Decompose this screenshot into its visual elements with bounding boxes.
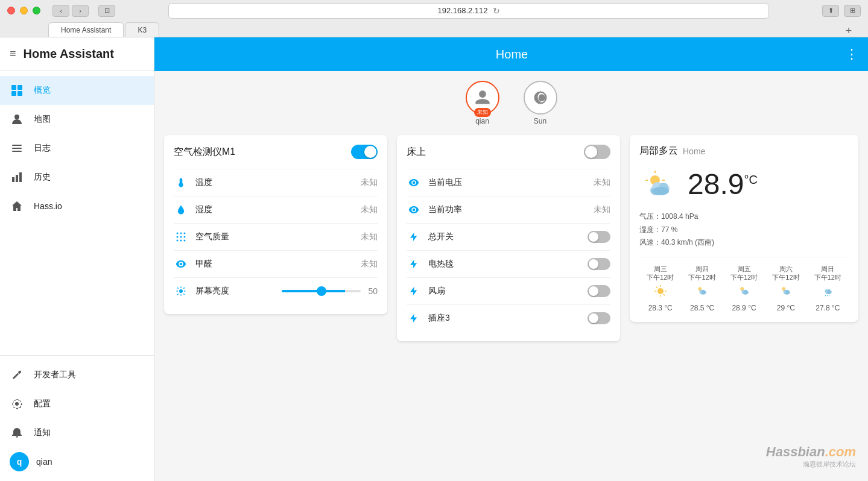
air-card-toggle[interactable] [351, 145, 378, 159]
new-tab-button[interactable]: ⊞ [844, 5, 861, 17]
forecast-temp-1: 28.5 °C [690, 304, 714, 312]
share-button[interactable]: ⬆ [822, 5, 839, 17]
user-card-sun[interactable]: Sun [524, 81, 557, 125]
sidebar: ≡ Home Assistant 概览 地图 日志 [0, 37, 154, 481]
weather-main: 28.9°C [639, 165, 849, 203]
socket-label: 插座3 [428, 313, 580, 324]
bed-card-title: 床上 [407, 146, 426, 159]
toggle-knob [589, 232, 598, 242]
svg-rect-0 [11, 85, 16, 90]
tab-label: Home Assistant [61, 26, 111, 34]
watermark: Hassbian.com 瀚思彼岸技术论坛 [766, 444, 856, 469]
weather-location: Home [683, 146, 705, 156]
sidebar-item-log[interactable]: 日志 [0, 134, 154, 163]
weather-title: 局部多云 [639, 145, 678, 157]
forecast-icon-4 [820, 284, 835, 301]
svg-point-12 [180, 233, 182, 234]
svg-point-13 [184, 233, 186, 234]
bolt-blanket-icon [407, 257, 421, 271]
sidebar-label-settings: 配置 [34, 398, 51, 409]
more-options-button[interactable]: ⋮ [845, 46, 858, 62]
user-name: qian [36, 457, 52, 467]
sidebar-item-notifications[interactable]: 通知 [0, 418, 154, 447]
sidebar-item-history[interactable]: 历史 [0, 163, 154, 192]
power-value: 未知 [594, 204, 610, 215]
forward-button[interactable]: › [72, 5, 89, 17]
socket-toggle[interactable] [588, 312, 610, 324]
air-row-formaldehyde: 甲醛 未知 [174, 250, 378, 277]
sidebar-item-settings[interactable]: 配置 [0, 389, 154, 418]
main-area: Home ⋮ 未知 qian Sun [154, 37, 868, 481]
forecast-temp-3: 29 °C [777, 304, 795, 312]
page-title: Home [179, 48, 845, 61]
sidebar-label-history: 历史 [34, 172, 51, 183]
sidebar-user[interactable]: q qian [0, 447, 154, 476]
add-tab-button[interactable]: + [841, 25, 856, 37]
weather-temperature: 28.9°C [688, 168, 758, 200]
refresh-button[interactable]: ↻ [493, 6, 500, 16]
svg-rect-5 [12, 145, 22, 146]
tab-k3[interactable]: K3 [125, 22, 159, 37]
blanket-toggle[interactable] [588, 258, 610, 270]
bed-card-toggle[interactable] [584, 145, 610, 159]
brightness-slider[interactable] [282, 290, 361, 292]
sidebar-item-devtools[interactable]: 开发者工具 [0, 360, 154, 389]
minimize-button[interactable] [20, 7, 28, 14]
sidebar-item-map[interactable]: 地图 [0, 105, 154, 134]
svg-point-11 [177, 233, 179, 234]
close-button[interactable] [7, 7, 15, 14]
svg-line-45 [664, 294, 665, 295]
svg-line-23 [177, 288, 179, 289]
formaldehyde-label: 甲醛 [195, 259, 353, 269]
air-quality-card: 空气检测仪M1 温度 未知 [164, 135, 387, 314]
svg-line-63 [829, 295, 830, 296]
tab-overview-button[interactable]: ⊡ [98, 5, 115, 17]
sidebar-item-overview[interactable]: 概览 [0, 76, 154, 105]
bed-card-header: 床上 [407, 145, 610, 159]
svg-point-16 [184, 236, 186, 238]
maximize-button[interactable] [33, 7, 40, 14]
voltage-label: 当前电压 [428, 177, 586, 188]
forecast-day-1: 周四 下午12时 28.5 °C [681, 265, 723, 313]
thermometer-icon [174, 175, 188, 190]
svg-point-17 [177, 240, 179, 242]
user-card-qian[interactable]: 未知 qian [466, 81, 499, 125]
sidebar-item-hassio[interactable]: Hass.io [0, 192, 154, 221]
forecast-icon-2 [737, 284, 752, 301]
svg-rect-1 [17, 85, 22, 90]
bed-card: 床上 当前电压 未知 [397, 135, 620, 341]
humidity-detail: 湿度：77 % [639, 224, 849, 237]
url-bar[interactable]: 192.168.2.112 ↻ [168, 3, 769, 19]
toggle-knob [589, 259, 598, 269]
bolt-fan-icon [407, 284, 421, 298]
forecast-day-label-0: 周三 下午12时 [647, 265, 674, 282]
blanket-label: 电热毯 [428, 259, 580, 269]
brightness-icon [174, 284, 188, 298]
bed-row-fan: 风扇 [407, 277, 610, 304]
air-card-header: 空气检测仪M1 [174, 145, 378, 159]
bed-row-power: 当前功率 未知 [407, 196, 610, 223]
fan-toggle[interactable] [588, 285, 610, 297]
back-button[interactable]: ‹ [52, 5, 69, 17]
window-controls[interactable] [7, 7, 40, 14]
eye-voltage-icon [407, 175, 421, 190]
app-title: Home Assistant [24, 47, 114, 61]
sidebar-label-log: 日志 [34, 143, 51, 154]
sidebar-toggle-button[interactable]: ≡ [10, 48, 16, 60]
forecast-day-label-3: 周六 下午12时 [772, 265, 799, 282]
temp-value: 未知 [361, 177, 378, 188]
forecast-temp-0: 28.3 °C [648, 304, 673, 312]
voltage-value: 未知 [594, 177, 610, 188]
svg-point-19 [184, 240, 186, 242]
sidebar-bottom: 开发者工具 配置 通知 q qian [0, 355, 154, 481]
svg-point-57 [786, 290, 789, 293]
forecast-day-3: 周六 下午12时 29 °C [765, 265, 806, 313]
forecast-day-label-2: 周五 下午12时 [730, 265, 758, 282]
svg-rect-6 [12, 148, 22, 149]
svg-point-53 [744, 290, 747, 293]
forecast-day-label-1: 周四 下午12时 [688, 265, 715, 282]
svg-point-4 [14, 115, 19, 119]
forecast-day-0: 周三 下午12时 28.3 °C [639, 265, 681, 313]
tab-home-assistant[interactable]: Home Assistant [48, 22, 124, 37]
master-toggle[interactable] [588, 231, 610, 243]
